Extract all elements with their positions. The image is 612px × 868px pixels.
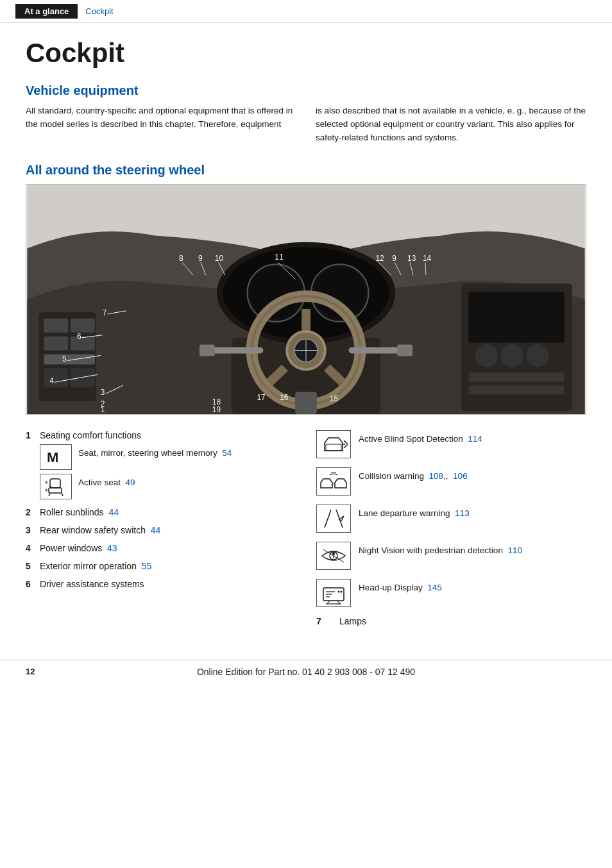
list-item: 5 Exterior mirror operation 55 bbox=[26, 561, 296, 571]
items-right: Active Blind Spot Detection 114 bbox=[311, 430, 586, 634]
cockpit-image: 8 9 10 11 12 9 13 14 7 6 5 4 3 2 bbox=[26, 184, 586, 415]
collision-link-2[interactable]: 106 bbox=[453, 471, 468, 481]
svg-text:3: 3 bbox=[101, 388, 105, 397]
svg-text:9: 9 bbox=[198, 254, 203, 263]
svg-rect-32 bbox=[469, 292, 565, 343]
night-vision-text: Night Vision with pedestrian detection 1… bbox=[359, 542, 522, 557]
item-1-label: Seating comfort functions bbox=[40, 430, 296, 440]
svg-point-33 bbox=[475, 344, 498, 367]
svg-point-83 bbox=[332, 553, 335, 555]
svg-rect-20 bbox=[200, 345, 215, 356]
tab-cockpit[interactable]: Cockpit bbox=[83, 4, 115, 19]
main-content: Cockpit Vehicle equipment All standard, … bbox=[0, 23, 612, 647]
collision-row: Collision warning 108,, 106 bbox=[316, 467, 586, 496]
item-5-link[interactable]: 55 bbox=[142, 561, 152, 571]
intro-col-2: is also described that is not available … bbox=[316, 104, 586, 145]
footer: 12 Online Edition for Part no. 01 40 2 9… bbox=[0, 660, 612, 683]
svg-point-35 bbox=[526, 344, 549, 367]
list-item-7: 7 Lamps bbox=[316, 616, 586, 626]
svg-text:14: 14 bbox=[423, 254, 432, 263]
item-3-label: Rear window safety switch 44 bbox=[40, 525, 296, 535]
svg-rect-29 bbox=[44, 368, 68, 387]
svg-rect-25 bbox=[71, 319, 95, 333]
item-number-7: 7 bbox=[316, 616, 327, 626]
item-number-1: 1 bbox=[26, 430, 36, 440]
lane-row: Lane departure warning 113 bbox=[316, 505, 586, 533]
items-columns: 1 Seating comfort functions M Seat, mirr… bbox=[26, 430, 586, 634]
svg-text:8: 8 bbox=[179, 254, 183, 263]
lane-text: Lane departure warning 113 bbox=[359, 505, 470, 520]
blind-spot-icon-box bbox=[316, 430, 351, 458]
svg-rect-36 bbox=[469, 372, 565, 381]
svg-rect-77 bbox=[326, 444, 341, 451]
intro-columns: All standard, country-specific and optio… bbox=[26, 104, 586, 145]
svg-text:5: 5 bbox=[62, 355, 67, 363]
svg-rect-72 bbox=[50, 479, 60, 488]
svg-line-74 bbox=[49, 493, 50, 496]
list-item: 1 Seating comfort functions M Seat, mirr… bbox=[26, 430, 296, 499]
item-3-link[interactable]: 44 bbox=[151, 525, 161, 535]
item-6-label: Driver assistance systems bbox=[40, 579, 296, 589]
footer-text: Online Edition for Part no. 01 40 2 903 … bbox=[197, 667, 415, 677]
svg-text:19: 19 bbox=[212, 405, 221, 414]
svg-text:16: 16 bbox=[280, 393, 289, 402]
item-4-link[interactable]: 43 bbox=[107, 543, 117, 553]
svg-point-90 bbox=[338, 590, 340, 592]
svg-rect-28 bbox=[44, 354, 95, 364]
item-5-label: Exterior mirror operation 55 bbox=[40, 561, 296, 571]
intro-col-1: All standard, country-specific and optio… bbox=[26, 104, 296, 145]
item-number-3: 3 bbox=[26, 525, 36, 535]
collision-icon-box bbox=[316, 467, 351, 496]
svg-rect-37 bbox=[469, 385, 565, 394]
hud-link[interactable]: 145 bbox=[427, 583, 442, 592]
svg-text:10: 10 bbox=[215, 254, 224, 263]
list-item: 3 Rear window safety switch 44 bbox=[26, 525, 296, 535]
lane-link[interactable]: 113 bbox=[455, 508, 470, 518]
blind-spot-link[interactable]: 114 bbox=[468, 434, 482, 444]
vehicle-equipment-heading: Vehicle equipment bbox=[26, 83, 586, 98]
svg-text:15: 15 bbox=[330, 394, 339, 403]
svg-rect-18 bbox=[295, 392, 317, 414]
item-number-6: 6 bbox=[26, 579, 36, 589]
items-left: 1 Seating comfort functions M Seat, mirr… bbox=[26, 430, 311, 634]
blind-spot-row: Active Blind Spot Detection 114 bbox=[316, 430, 586, 458]
item-number-4: 4 bbox=[26, 543, 36, 553]
night-vision-icon-box bbox=[316, 542, 351, 570]
seat-icon-box bbox=[40, 474, 72, 499]
hud-row: Head-up Display 145 bbox=[316, 579, 586, 607]
sub-item-seat: Active seat 49 bbox=[40, 474, 296, 499]
svg-text:11: 11 bbox=[275, 253, 284, 262]
svg-text:13: 13 bbox=[407, 254, 416, 263]
svg-line-81 bbox=[336, 510, 343, 528]
collision-link-1[interactable]: 108 bbox=[429, 471, 444, 481]
list-item: 2 Roller sunblinds 44 bbox=[26, 507, 296, 517]
tab-at-a-glance[interactable]: At a glance bbox=[15, 4, 78, 19]
item-4-label: Power windows 43 bbox=[40, 543, 296, 553]
item-2-label: Roller sunblinds 44 bbox=[40, 507, 296, 517]
header-bar: At a glance Cockpit bbox=[0, 0, 612, 23]
list-item: 4 Power windows 43 bbox=[26, 543, 296, 553]
svg-line-80 bbox=[325, 510, 331, 528]
svg-text:7: 7 bbox=[103, 308, 107, 317]
svg-rect-30 bbox=[71, 368, 95, 387]
svg-text:9: 9 bbox=[392, 254, 396, 263]
page-title: Cockpit bbox=[26, 38, 586, 68]
memory-icon-box: M bbox=[40, 444, 72, 470]
seat-link[interactable]: 49 bbox=[126, 478, 135, 487]
hud-text: Head-up Display 145 bbox=[359, 579, 442, 594]
hud-icon-box bbox=[316, 579, 351, 607]
night-vision-link[interactable]: 110 bbox=[507, 546, 522, 555]
night-vision-row: Night Vision with pedestrian detection 1… bbox=[316, 542, 586, 570]
memory-text: Seat, mirror, steering wheel memory 54 bbox=[78, 444, 232, 460]
memory-link[interactable]: 54 bbox=[222, 448, 232, 458]
svg-rect-22 bbox=[397, 345, 412, 356]
svg-point-91 bbox=[341, 590, 343, 592]
svg-text:17: 17 bbox=[257, 393, 266, 402]
seat-text: Active seat 49 bbox=[78, 474, 135, 489]
svg-rect-19 bbox=[212, 347, 264, 354]
collision-text: Collision warning 108,, 106 bbox=[359, 467, 468, 483]
svg-rect-26 bbox=[44, 337, 68, 351]
item-2-link[interactable]: 44 bbox=[108, 507, 119, 517]
svg-text:4: 4 bbox=[49, 376, 54, 385]
item-number-2: 2 bbox=[26, 507, 36, 517]
